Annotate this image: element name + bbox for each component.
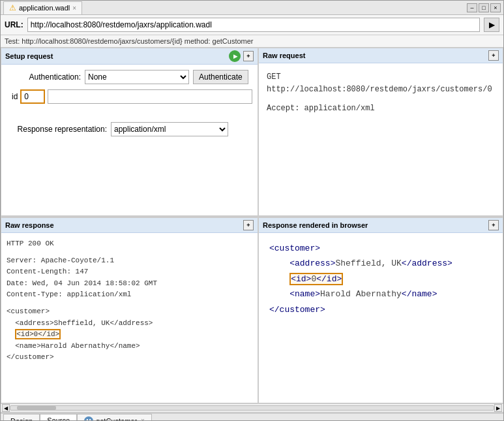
authenticate-button[interactable]: Authenticate — [193, 70, 248, 84]
raw-request-expand-icon[interactable]: + — [488, 50, 499, 61]
tab-getcustomer[interactable]: M getCustomer × — [77, 414, 152, 421]
url-bar: URL: ▶ — [1, 15, 503, 35]
rr-highlight: <id>0</id> — [15, 329, 61, 339]
url-input[interactable] — [27, 18, 480, 32]
tab-getcustomer-label: getCustomer — [96, 417, 137, 422]
minimize-button[interactable]: – — [467, 3, 477, 12]
raw-response-title: Raw response — [5, 221, 242, 229]
bottom-tab-bar: Design Source M getCustomer × — [1, 413, 503, 421]
browser-response-expand-icon[interactable]: + — [488, 220, 499, 230]
close-window-button[interactable]: × — [490, 3, 501, 12]
br-highlight: <id>0</id> — [289, 273, 343, 285]
raw-request-title: Raw request — [263, 52, 487, 59]
setup-expand-icon[interactable]: + — [243, 51, 254, 61]
tab-source[interactable]: Source — [40, 414, 77, 421]
raw-request-line2 — [267, 96, 495, 102]
scroll-track[interactable] — [10, 405, 494, 411]
id-label: id — [12, 92, 20, 101]
tab-design[interactable]: Design — [3, 414, 40, 421]
raw-request-panel: Raw request + GET http://localhost:8080/… — [258, 48, 503, 216]
raw-request-content: GET http://localhost:8080/restdemo/jaxrs… — [264, 69, 497, 118]
br-line-4: <name>Harold Abernathy</name> — [269, 287, 492, 302]
auth-select[interactable]: None Basic Digest — [85, 70, 189, 84]
tab-m-icon: M — [84, 416, 93, 422]
rr-line-2 — [7, 250, 252, 255]
raw-response-panel: Raw response + HTTP 200 OK Server: Apach… — [1, 217, 258, 403]
rr-line-4: Content-Length: 147 — [7, 266, 252, 278]
rr-line-10: <id>0</id> — [7, 329, 252, 341]
response-rep-row: Response representation: application/xml… — [7, 122, 252, 136]
id-row: id — [7, 89, 252, 104]
maximize-button[interactable]: □ — [479, 3, 489, 12]
tab-close-icon[interactable]: × — [72, 5, 76, 12]
raw-response-body: HTTP 200 OK Server: Apache-Coyote/1.1 Co… — [1, 233, 258, 403]
tab-label: application.wadl — [19, 4, 70, 12]
id-input[interactable] — [20, 89, 45, 104]
warn-icon: ⚠ — [9, 3, 16, 12]
url-label: URL: — [5, 20, 23, 29]
tab-design-label: Design — [10, 417, 33, 422]
browser-response-body: <customer> <address>Sheffield, UK</addre… — [259, 233, 503, 403]
auth-label: Authentication: — [7, 72, 85, 82]
rr-line-11: <name>Harold Abernathy</name> — [7, 341, 252, 352]
raw-request-header: Raw request + — [259, 48, 503, 63]
raw-request-body: GET http://localhost:8080/restdemo/jaxrs… — [259, 63, 503, 215]
scroll-right-button[interactable]: ▶ — [494, 404, 502, 412]
response-rep-label: Response representation: — [7, 125, 111, 134]
tab-getcustomer-close[interactable]: × — [141, 417, 145, 421]
browser-rendered-content: <customer> <address>Sheffield, UK</addre… — [264, 238, 497, 320]
rr-line-6: Content-Type: application/xml — [7, 289, 252, 301]
rr-line-9: <address>Sheffield, UK</address> — [7, 318, 252, 330]
rr-line-3: Server: Apache-Coyote/1.1 — [7, 255, 252, 267]
raw-response-content: HTTP 200 OK Server: Apache-Coyote/1.1 Co… — [7, 238, 252, 364]
id-text-input[interactable] — [48, 89, 252, 104]
scroll-thumb[interactable] — [17, 406, 56, 410]
br-line-1: <customer> — [269, 241, 492, 256]
go-button[interactable]: ▶ — [484, 18, 499, 32]
test-info: Test: http://localhost:8080/restdemo/jax… — [1, 35, 503, 48]
response-rep-select[interactable]: application/xml application/json text/xm… — [111, 122, 228, 136]
rr-line-1: HTTP 200 OK — [7, 238, 252, 250]
top-panels: Setup request + Authentication: None Bas… — [1, 48, 503, 217]
rr-line-5: Date: Wed, 04 Jun 2014 18:58:02 GMT — [7, 278, 252, 290]
title-bar: ⚠ application.wadl × – □ × — [1, 1, 503, 15]
auth-row: Authentication: None Basic Digest Authen… — [7, 70, 252, 84]
bottom-panels: Raw response + HTTP 200 OK Server: Apach… — [1, 217, 503, 403]
main-content: Setup request + Authentication: None Bas… — [1, 48, 503, 403]
rr-line-8: <customer> — [7, 306, 252, 318]
browser-response-header: Response rendered in browser + — [259, 218, 503, 233]
editor-tab[interactable]: ⚠ application.wadl × — [3, 1, 82, 14]
scroll-left-button[interactable]: ◀ — [2, 404, 10, 412]
br-line-2: <address>Sheffield, UK</address> — [269, 256, 492, 271]
setup-request-title: Setup request — [5, 52, 229, 60]
tab-source-label: Source — [47, 416, 70, 421]
raw-request-line1: GET http://localhost:8080/restdemo/jaxrs… — [267, 71, 495, 96]
horizontal-scrollbar[interactable]: ◀ ▶ — [1, 403, 503, 413]
browser-response-panel: Response rendered in browser + <customer… — [258, 217, 503, 403]
br-line-5: </customer> — [269, 302, 492, 317]
raw-request-line3: Accept: application/xml — [267, 102, 495, 115]
setup-request-body: Authentication: None Basic Digest Authen… — [1, 65, 258, 215]
setup-request-panel: Setup request + Authentication: None Bas… — [1, 48, 258, 216]
go-icon: ▶ — [489, 20, 495, 29]
raw-response-expand-icon[interactable]: + — [243, 220, 254, 230]
browser-response-title: Response rendered in browser — [263, 221, 487, 229]
setup-request-header: Setup request + — [1, 48, 258, 65]
raw-response-header: Raw response + — [1, 218, 258, 233]
br-line-3: <id>0</id> — [269, 272, 492, 287]
window-controls: – □ × — [467, 3, 501, 12]
run-button[interactable] — [229, 50, 241, 62]
rr-line-12: </customer> — [7, 352, 252, 364]
rr-line-7 — [7, 301, 252, 306]
